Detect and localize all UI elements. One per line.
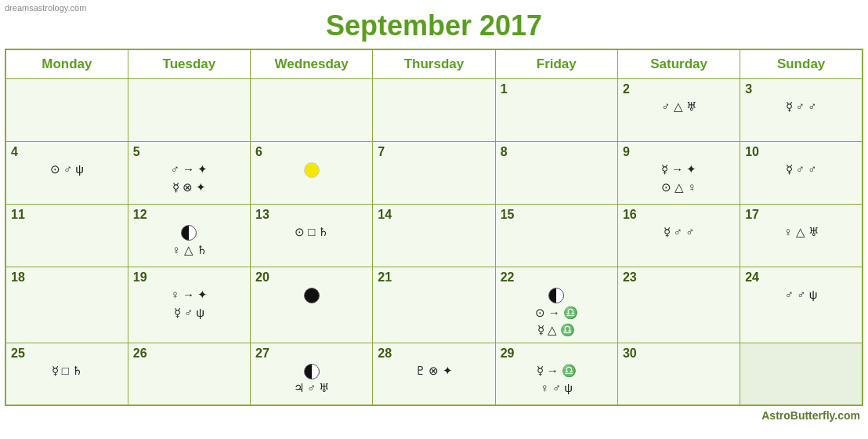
calendar-day-21: 21 [373, 267, 495, 343]
calendar-day-24: 24 ♂ ♂ ψ [740, 267, 863, 343]
calendar-day-23: 23 [617, 267, 740, 343]
calendar-day-14: 14 [373, 205, 495, 267]
calendar-day-empty [5, 79, 128, 142]
calendar-day-13: 13 ⊙ □ ♄ [251, 205, 373, 267]
week-row: 18 19 ♀ → ✦☿ ♂ ψ 20 21 [5, 267, 863, 343]
calendar-header-row: Monday Tuesday Wednesday Thursday Friday… [5, 49, 863, 79]
col-thursday: Thursday [373, 49, 495, 79]
calendar-container: Monday Tuesday Wednesday Thursday Friday… [0, 49, 868, 406]
col-monday: Monday [5, 49, 128, 79]
calendar-table: Monday Tuesday Wednesday Thursday Friday… [5, 49, 863, 406]
calendar-day-12: 12 ♀ △ ♄ [128, 205, 250, 267]
calendar-day-2: 2 ♂ △ ♅ [617, 79, 740, 142]
calendar-day-1: 1 [495, 79, 617, 142]
calendar-day-9: 9 ☿ → ✦⊙ △ ♀ [617, 142, 740, 205]
col-tuesday: Tuesday [128, 49, 250, 79]
calendar-day-8: 8 [495, 142, 617, 205]
calendar-day-17: 17 ♀ △ ♅ [740, 205, 863, 267]
new-moon-icon [304, 288, 320, 303]
col-sunday: Sunday [740, 49, 863, 79]
calendar-day-30: 30 [617, 343, 740, 405]
calendar-day-11: 11 [5, 205, 128, 267]
page-title: September 2017 [0, 0, 868, 49]
calendar-day-16: 16 ☿ ♂ ♂ [617, 205, 740, 267]
calendar-day-15: 15 [495, 205, 617, 267]
col-saturday: Saturday [617, 49, 740, 79]
calendar-day-28: 28 ♇ ⊗ ✦ [373, 343, 495, 405]
calendar-day-25: 25 ☿ □ ♄ [5, 343, 128, 405]
watermark-top: dreamsastrology.com [5, 3, 86, 13]
calendar-day-22: 22 ⊙ → ♎☿ △ ♎ [495, 267, 617, 343]
calendar-day-7: 7 [373, 142, 495, 205]
full-moon-icon [304, 162, 320, 178]
calendar-day-empty [373, 79, 495, 142]
calendar-day-19: 19 ♀ → ✦☿ ♂ ψ [128, 267, 250, 343]
calendar-day-5: 5 ♂ → ✦☿ ⊗ ✦ [128, 142, 250, 205]
calendar-day-18: 18 [5, 267, 128, 343]
calendar-day-27: 27 ♃ ♂ ♅ [251, 343, 373, 405]
week-row: 1 2 ♂ △ ♅ 3 ☿ ♂ ♂ [5, 79, 863, 142]
week-row: 11 12 ♀ △ ♄ 13 ⊙ □ ♄ 14 [5, 205, 863, 267]
last-quarter-moon-2-icon [304, 364, 320, 379]
calendar-day-3: 3 ☿ ♂ ♂ [740, 79, 863, 142]
week-row: 4 ⊙ ♂ ψ 5 ♂ → ✦☿ ⊗ ✦ 6 7 [5, 142, 863, 205]
yin-yang-icon [548, 288, 564, 303]
calendar-day-empty-after [740, 343, 863, 405]
calendar-day-29: 29 ☿ → ♎♀ ♂ ψ [495, 343, 617, 405]
calendar-day-26: 26 [128, 343, 250, 405]
watermark-bottom: AstroButterfly.com [0, 406, 868, 425]
col-friday: Friday [495, 49, 617, 79]
week-row: 25 ☿ □ ♄ 26 27 ♃ ♂ ♅ 28 [5, 343, 863, 405]
calendar-day-6: 6 [251, 142, 373, 205]
col-wednesday: Wednesday [251, 49, 373, 79]
calendar-day-4: 4 ⊙ ♂ ψ [5, 142, 128, 205]
calendar-day-empty [128, 79, 250, 142]
calendar-day-20: 20 [251, 267, 373, 343]
calendar-day-10: 10 ☿ ♂ ♂ [740, 142, 863, 205]
calendar-day-empty [251, 79, 373, 142]
last-quarter-moon-icon [181, 225, 197, 241]
